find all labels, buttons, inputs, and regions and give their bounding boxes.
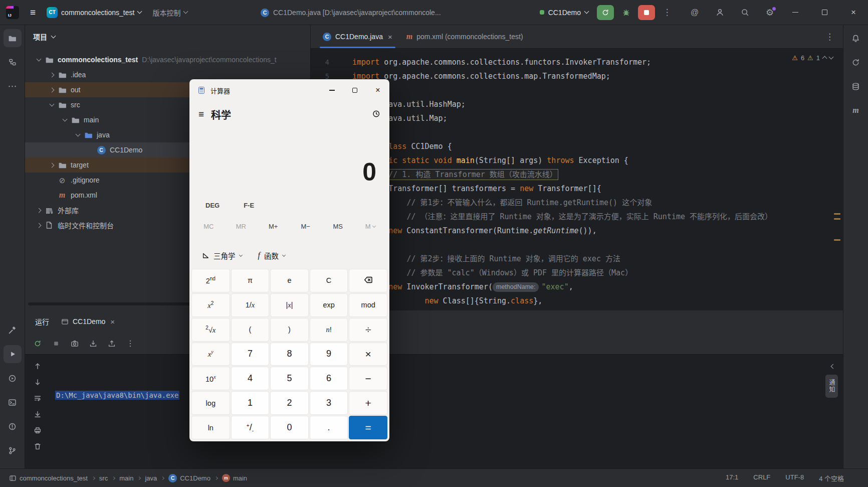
tool-window-problems-button[interactable] (4, 417, 22, 435)
key-decimal[interactable]: . (310, 416, 348, 439)
fe-button[interactable]: F-E (244, 202, 254, 209)
close-tab-icon[interactable]: × (388, 33, 392, 41)
run-console-tab[interactable]: CC1Demo × (56, 310, 120, 333)
breadcrumb-commoncolections-test[interactable]: commoncolections_test (9, 474, 88, 482)
tool-window-maven-button[interactable]: m (847, 101, 865, 119)
key-e[interactable]: e (270, 269, 309, 292)
key-open-paren[interactable]: ( (231, 318, 270, 342)
caret-position[interactable]: 17:1 (726, 473, 738, 483)
print-button[interactable] (30, 423, 45, 438)
settings-button[interactable]: ⚙ (759, 4, 781, 22)
history-button[interactable] (372, 109, 380, 119)
tool-window-database-button[interactable] (847, 77, 865, 95)
key-power[interactable]: xy (191, 343, 230, 366)
key-0[interactable]: 0 (270, 416, 309, 439)
memory-clear-button[interactable]: MC (192, 218, 225, 235)
chevron-right-icon[interactable] (36, 208, 41, 213)
close-window-button[interactable]: × (839, 0, 868, 25)
key-2[interactable]: 2 (270, 391, 309, 415)
editor-tab-cc1demo-java[interactable]: CCC1Demo.java× (316, 25, 399, 48)
clear-console-button[interactable] (30, 439, 45, 454)
key-divide[interactable]: ÷ (349, 318, 387, 342)
tool-window-run-button[interactable] (4, 345, 22, 363)
key-backspace[interactable] (349, 269, 387, 292)
export-dump-button[interactable] (104, 336, 119, 351)
key-8[interactable]: 8 (270, 343, 309, 366)
memory-recall-button[interactable]: MR (225, 218, 258, 235)
next-issue-icon[interactable] (829, 55, 834, 60)
maximize-window-button[interactable] (810, 0, 839, 25)
function-button[interactable]: f函数 (253, 246, 291, 264)
key-negate[interactable]: +/- (231, 416, 270, 439)
chevron-down-icon[interactable] (36, 56, 41, 61)
key-4[interactable]: 4 (231, 367, 270, 390)
key-multiply[interactable]: × (349, 343, 387, 366)
tool-window-terminal-button[interactable] (4, 393, 22, 411)
chevron-right-icon[interactable] (49, 163, 54, 168)
chevron-right-icon[interactable] (49, 87, 54, 92)
calc-minimize-button[interactable] (320, 79, 343, 101)
code-with-me-button[interactable]: @ (684, 4, 706, 22)
scroll-to-end-button[interactable] (30, 407, 45, 422)
key-factorial[interactable]: n! (310, 318, 348, 342)
run-configuration-widget[interactable]: CC1Demo (534, 4, 594, 21)
memory-store-button[interactable]: MS (322, 218, 354, 235)
stop-button[interactable] (638, 5, 655, 20)
chevron-right-icon[interactable] (49, 72, 54, 77)
import-dump-button[interactable] (86, 336, 101, 351)
down-stack-trace-button[interactable] (30, 375, 45, 390)
angle-unit-button[interactable]: DEG (205, 202, 220, 209)
chevron-down-icon[interactable] (62, 116, 67, 121)
key-equals[interactable]: = (349, 416, 387, 439)
rerun-button[interactable] (597, 5, 614, 20)
console[interactable]: D:\Mc_java\java8\bin\java.exe 进程已结束，退出代码… (25, 355, 843, 468)
editor-tab-pom-xml-commoncolections-test[interactable]: mpom.xml (commoncolections_test) (399, 25, 530, 48)
inspections-widget[interactable]: ⚠ 6 ⚠ 1 (792, 54, 833, 62)
key-ln[interactable]: ln (191, 416, 230, 439)
memory-subtract-button[interactable]: M− (290, 218, 322, 235)
key-exp[interactable]: exp (310, 293, 348, 317)
breadcrumb-main[interactable]: main (119, 474, 133, 482)
console-options-button[interactable]: ⋮ (123, 336, 138, 351)
collapse-panel-button[interactable] (831, 362, 835, 370)
vcs-widget[interactable]: 版本控制 (147, 4, 192, 21)
file-encoding[interactable]: UTF-8 (785, 473, 804, 483)
key-add[interactable]: + (349, 391, 387, 415)
key-close-paren[interactable]: ) (270, 318, 309, 342)
key-square[interactable]: x2 (191, 293, 230, 317)
tool-window-services-button[interactable] (4, 369, 22, 387)
trigonometry-button[interactable]: 三角学 (196, 246, 248, 264)
up-stack-trace-button[interactable] (30, 359, 45, 374)
tool-window-structure-button[interactable] (4, 53, 22, 71)
key-6[interactable]: 6 (310, 367, 348, 390)
project-widget[interactable]: CT commoncolections_test (42, 4, 146, 21)
key-c[interactable]: C (310, 269, 348, 292)
calc-maximize-button[interactable] (343, 79, 366, 101)
line-separator[interactable]: CRLF (753, 473, 770, 483)
tool-window-git-button[interactable] (4, 441, 22, 459)
calc-close-button[interactable]: × (366, 79, 389, 101)
indent-style[interactable]: 4 个空格 (819, 473, 844, 483)
close-tab-icon[interactable]: × (110, 317, 115, 326)
key-pi[interactable]: π (231, 269, 270, 292)
breadcrumb-main[interactable]: mmain (222, 474, 247, 482)
more-run-actions-button[interactable]: ⋮ (658, 4, 677, 22)
key-2nd[interactable]: 2nd (191, 269, 230, 292)
profile-button[interactable] (709, 4, 731, 22)
chevron-down-icon[interactable] (49, 101, 54, 106)
side-tab-notifications[interactable]: 通知 (825, 375, 838, 398)
chevron-down-icon[interactable] (75, 131, 80, 136)
debug-button[interactable] (616, 4, 635, 22)
chevron-right-icon[interactable] (36, 223, 41, 228)
key-9[interactable]: 9 (310, 343, 348, 366)
key-3[interactable]: 3 (310, 391, 348, 415)
key-absolute-value[interactable]: |x| (270, 293, 309, 317)
code-editor[interactable]: 4import org.apache.commons.collections.f… (311, 49, 843, 310)
tool-window-project-button[interactable] (4, 29, 22, 47)
breadcrumb-cc1demo[interactable]: CCC1Demo (168, 474, 210, 482)
key-log[interactable]: log (191, 391, 230, 415)
key-sqrt[interactable]: 2√x (191, 318, 230, 342)
key-ten-power[interactable]: 10x (191, 367, 230, 390)
previous-issue-icon[interactable] (822, 56, 827, 61)
notifications-button[interactable] (847, 29, 865, 47)
